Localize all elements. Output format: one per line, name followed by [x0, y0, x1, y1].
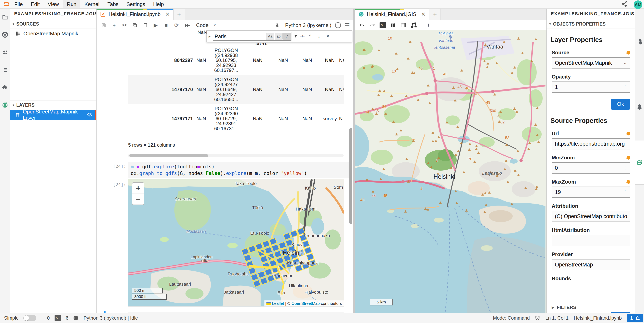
layer-ok-button[interactable]: Ok [611, 99, 630, 110]
poi-triangle-icon [404, 210, 407, 213]
jgis-panel-icon[interactable] [0, 96, 10, 114]
objects-properties-header[interactable]: ▾ OBJECTS PROPERTIES [547, 19, 635, 29]
filters-section-header[interactable]: ▶ FILTERS [547, 302, 635, 313]
poi-triangle-icon [524, 187, 527, 189]
editor-mode[interactable]: Mode: Command [493, 315, 530, 321]
tab-helsinki-finland-jgis[interactable]: Helsinki_Finland.jGIS ✕ [355, 8, 429, 20]
console-button[interactable]: $_ [378, 21, 387, 29]
undo-button[interactable] [358, 21, 366, 29]
redo-button[interactable] [368, 21, 377, 29]
source-url-input[interactable]: https://tile.openstreetmap.org [552, 138, 630, 149]
add-layer-button[interactable]: + [424, 21, 433, 29]
close-search-icon[interactable]: ✕ [324, 34, 331, 39]
regex-button[interactable]: .* [283, 33, 291, 40]
expand-search-icon[interactable]: ▸ [209, 34, 211, 39]
basemap-button[interactable] [389, 21, 398, 29]
source-field-provider: ProviderOpenStreetMap [552, 251, 630, 270]
kernel-status-text[interactable]: Python 3 (ipykernel) | Idle [84, 315, 138, 321]
close-icon[interactable]: ✕ [165, 11, 170, 17]
zoom-in-button[interactable]: + [132, 183, 144, 194]
new-tab-button[interactable]: + [174, 8, 185, 20]
poi-triangle-icon [473, 160, 476, 163]
code-editor[interactable]: m = gdf.explore(tooltip=cols)ox.graph_to… [128, 162, 349, 178]
leaflet-output-map[interactable]: + − Taka-TöölöKallioSörnSeurasaariTöölöH… [128, 179, 344, 307]
insert-cell-button[interactable]: + [110, 21, 118, 29]
tab-helsinki-finland-ipynb[interactable]: Helsinki_Finland.ipynb ✕ [96, 8, 174, 20]
file-browser-icon[interactable] [0, 8, 10, 26]
raster-layer-button[interactable] [399, 21, 408, 29]
simple-mode-toggle[interactable] [24, 315, 36, 321]
menu-item-edit[interactable]: Edit [27, 0, 44, 8]
map-place-label: Jatkasaari [224, 290, 244, 295]
layer-item[interactable]: OpenStreetMap.Mapnik Layer [10, 110, 96, 120]
previous-match-icon[interactable]: ⌃ [306, 34, 314, 39]
poi-triangle-icon [413, 72, 416, 74]
source-attribution-input[interactable]: (C) OpenStreetMap contributors [552, 211, 630, 222]
new-tab-button[interactable]: + [429, 8, 441, 20]
layer-visibility-icon[interactable] [87, 112, 92, 118]
kernels-count[interactable]: 6 [66, 315, 68, 321]
debugger-icon[interactable] [273, 21, 282, 29]
source-maxzoom-input[interactable]: 19⌃⌄ [552, 187, 630, 198]
extensions-icon[interactable] [0, 79, 10, 96]
sources-section-header[interactable]: ▾ SOURCES [10, 19, 96, 29]
active-file-name[interactable]: Helsinki_Finland.ipynb [574, 315, 622, 321]
code-cell[interactable]: [24]: m = gdf.explore(tooltip=cols)ox.gr… [96, 162, 353, 178]
kernel-status-icon[interactable] [335, 22, 341, 28]
leaflet-link[interactable]: Leaflet [272, 301, 284, 306]
run-all-button[interactable]: ▶▶ [182, 21, 191, 29]
source-provider-input[interactable]: OpenStreetMap [552, 259, 630, 270]
running-kernels-icon[interactable] [0, 26, 10, 43]
layer-opacity-input[interactable]: 1⌃⌄ [552, 81, 630, 93]
property-inspector-icon[interactable] [635, 8, 644, 74]
vector-layer-button[interactable] [410, 21, 418, 29]
menu-item-run[interactable]: Run [63, 0, 80, 8]
menu-item-settings[interactable]: Settings [122, 0, 149, 8]
menu-item-view[interactable]: View [44, 0, 63, 8]
user-avatar[interactable]: AM [634, 0, 642, 9]
menu-bar: FileEditViewRunKernelTabsSettingsHelp AM [0, 0, 644, 8]
poi-triangle-icon [462, 171, 465, 173]
number-stepper[interactable]: ⌃⌄ [624, 190, 627, 194]
match-case-button[interactable]: Aa [266, 33, 274, 40]
menu-item-kernel[interactable]: Kernel [80, 0, 103, 8]
copy-cells-button[interactable] [130, 21, 139, 29]
cut-cells-button[interactable]: ✂ [120, 21, 129, 29]
close-icon[interactable]: ✕ [421, 11, 426, 17]
share-icon[interactable] [621, 1, 628, 7]
jgis-properties-icon[interactable] [635, 140, 644, 185]
next-match-icon[interactable]: ⌄ [316, 34, 322, 39]
layers-section-header[interactable]: ▾ LAYERS [10, 100, 96, 110]
terminals-count[interactable]: 0 [47, 315, 50, 321]
search-input[interactable] [213, 33, 266, 39]
filter-icon[interactable] [294, 34, 298, 39]
zoom-out-button[interactable]: − [132, 194, 144, 205]
map-place-label: Seurasaari [175, 196, 196, 202]
osm-link[interactable]: OpenStreetMap [292, 301, 320, 306]
whole-word-button[interactable]: ab [275, 33, 282, 40]
stop-kernel-button[interactable]: ■ [162, 21, 170, 29]
cell-type-dropdown[interactable]: Code ˅ [193, 22, 219, 28]
jgis-map-view[interactable]: VantaaHelsinkiLaajasaloHelsinki-Vantaanl… [355, 30, 546, 313]
paste-cells-button[interactable] [141, 21, 150, 29]
table-of-contents-icon[interactable] [0, 61, 10, 79]
collaboration-icon[interactable] [0, 43, 10, 61]
number-stepper[interactable]: ⌃⌄ [624, 85, 627, 89]
run-cell-button[interactable]: ▶ [151, 21, 160, 29]
kernel-name[interactable]: Python 3 (ipykernel) [285, 22, 332, 28]
cursor-position[interactable]: Ln 1, Col 1 [545, 315, 568, 321]
restart-kernel-button[interactable]: ⟳ [172, 21, 181, 29]
save-button[interactable] [99, 21, 108, 29]
source-item[interactable]: OpenStreetMap.Mapnik [10, 29, 96, 38]
source-htmlattribution-input[interactable] [552, 235, 630, 246]
number-stepper[interactable]: ⌃⌄ [624, 166, 627, 170]
menu-item-file[interactable]: File [10, 0, 27, 8]
source-minzoom-input[interactable]: 0⌃⌄ [552, 162, 630, 174]
horizontal-scrollbar[interactable] [128, 154, 344, 157]
notifications-badge[interactable]: 1 [627, 314, 643, 323]
debugger-icon[interactable] [635, 74, 644, 140]
layer-source-dropdown[interactable]: OpenStreetMap.Mapnik⌄ [552, 57, 630, 68]
menu-item-tabs[interactable]: Tabs [103, 0, 122, 8]
notebook-menu-icon[interactable]: ☰ [344, 22, 350, 29]
menu-item-help[interactable]: Help [149, 0, 168, 8]
